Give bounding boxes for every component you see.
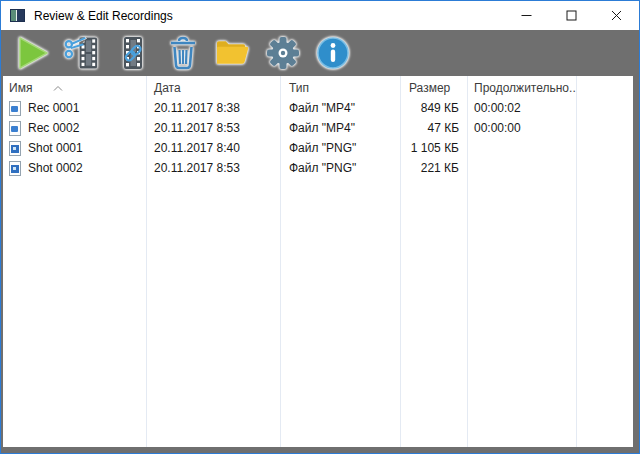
image-file-icon — [9, 161, 21, 176]
file-date: 20.11.2017 8:40 — [146, 138, 280, 158]
column-header-date[interactable]: Дата — [146, 76, 280, 98]
sort-ascending-icon — [53, 77, 63, 95]
play-icon — [17, 36, 49, 70]
file-name: Rec 0002 — [28, 121, 79, 135]
toolbar — [1, 30, 639, 76]
column-header-duration[interactable]: Продолжительно... — [467, 76, 576, 98]
file-date: 20.11.2017 8:53 — [146, 158, 280, 178]
list-header: Имя Дата Тип Размер Продолжительно... — [3, 76, 633, 98]
column-header-name[interactable]: Имя — [3, 76, 146, 98]
column-header-type[interactable]: Тип — [280, 76, 400, 98]
minimize-icon — [521, 10, 532, 21]
content-frame: Имя Дата Тип Размер Продолжительно... Re… — [1, 76, 639, 453]
file-name: Shot 0002 — [28, 161, 83, 175]
image-file-icon — [9, 141, 21, 156]
open-folder-button[interactable] — [214, 34, 251, 72]
close-icon — [611, 10, 622, 21]
close-button[interactable] — [594, 1, 639, 30]
column-header-blank — [576, 76, 633, 98]
file-name: Rec 0001 — [28, 101, 79, 115]
file-size: 221 КБ — [400, 158, 467, 178]
file-duration — [467, 158, 576, 178]
file-duration: 00:00:00 — [467, 118, 576, 138]
table-row[interactable]: Rec 0001 20.11.2017 8:38 Файл "MP4" 849 … — [3, 98, 633, 118]
file-duration — [467, 138, 576, 158]
file-size: 1 105 КБ — [400, 138, 467, 158]
play-button[interactable] — [14, 34, 51, 72]
title-bar: Review & Edit Recordings — [1, 1, 639, 30]
video-file-icon — [9, 121, 21, 136]
join-button[interactable] — [114, 34, 151, 72]
maximize-icon — [566, 10, 577, 21]
table-row[interactable]: Shot 0001 20.11.2017 8:40 Файл "PNG" 1 1… — [3, 138, 633, 158]
file-name: Shot 0001 — [28, 141, 83, 155]
gear-icon — [265, 35, 301, 71]
info-button[interactable] — [314, 34, 351, 72]
file-duration: 00:00:02 — [467, 98, 576, 118]
file-date: 20.11.2017 8:38 — [146, 98, 280, 118]
trash-icon — [165, 35, 201, 71]
info-icon — [315, 35, 351, 71]
minimize-button[interactable] — [504, 1, 549, 30]
join-film-icon — [119, 35, 147, 71]
file-list-panel: Имя Дата Тип Размер Продолжительно... Re… — [3, 76, 633, 447]
file-type: Файл "MP4" — [280, 98, 400, 118]
file-size: 47 КБ — [400, 118, 467, 138]
column-header-size[interactable]: Размер — [400, 76, 467, 98]
caption-buttons — [504, 1, 639, 30]
delete-button[interactable] — [164, 34, 201, 72]
file-rows: Rec 0001 20.11.2017 8:38 Файл "MP4" 849 … — [3, 98, 633, 178]
trim-button[interactable] — [64, 34, 101, 72]
file-type: Файл "PNG" — [280, 138, 400, 158]
settings-button[interactable] — [264, 34, 301, 72]
file-date: 20.11.2017 8:53 — [146, 118, 280, 138]
app-window: Review & Edit Recordings — [0, 0, 640, 454]
table-row[interactable]: Shot 0002 20.11.2017 8:53 Файл "PNG" 221… — [3, 158, 633, 178]
video-file-icon — [9, 101, 21, 116]
file-size: 849 КБ — [400, 98, 467, 118]
folder-icon — [214, 36, 251, 70]
maximize-button[interactable] — [549, 1, 594, 30]
app-icon — [10, 9, 25, 22]
window-title: Review & Edit Recordings — [34, 9, 504, 23]
table-row[interactable]: Rec 0002 20.11.2017 8:53 Файл "MP4" 47 К… — [3, 118, 633, 138]
file-type: Файл "PNG" — [280, 158, 400, 178]
trim-film-icon — [64, 35, 101, 71]
file-type: Файл "MP4" — [280, 118, 400, 138]
